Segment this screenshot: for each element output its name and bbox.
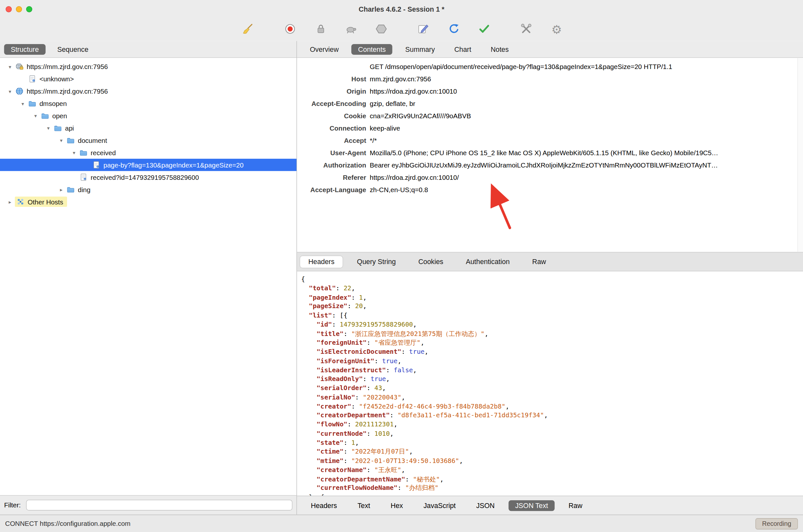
scrollbar-track[interactable] <box>798 58 803 252</box>
json-line: { <box>301 274 803 284</box>
header-name: Host <box>297 75 370 83</box>
tree-item-label: api <box>65 124 74 132</box>
left-panel: StructureSequence ▾https://mm.zjrd.gov.c… <box>0 41 297 514</box>
tree-item[interactable]: <unknown> <box>0 73 297 85</box>
header-row: Hostmm.zjrd.gov.cn:7956 <box>297 73 803 85</box>
chevron-down-icon[interactable]: ▾ <box>56 137 66 143</box>
header-value: GET /dmsopen/open/api/document/received/… <box>370 63 672 71</box>
tab-cookies[interactable]: Cookies <box>410 255 452 267</box>
titlebar: Charles 4.6.2 - Session 1 * <box>0 0 803 18</box>
record-button[interactable] <box>281 22 299 37</box>
json-line: "state": 1, <box>301 438 803 447</box>
response-view-tabs: HeadersTextHexJavaScriptJSONJSON TextRaw <box>297 496 803 514</box>
tab-query-string[interactable]: Query String <box>349 255 404 267</box>
chevron-right-icon[interactable]: ▸ <box>56 187 66 192</box>
tab-json[interactable]: JSON <box>470 500 501 511</box>
tree-item[interactable]: received?id=1479329195758829600 <box>0 171 297 183</box>
json-line: "id": 1479329195758829600, <box>301 320 803 329</box>
tab-hex[interactable]: Hex <box>384 500 409 511</box>
chevron-down-icon[interactable]: ▾ <box>69 150 79 155</box>
json-line: "list": [{ <box>301 311 803 320</box>
tree-item-label: Other Hosts <box>27 198 63 206</box>
tab-summary[interactable]: Summary <box>399 44 441 54</box>
toolbar: ⚙ <box>0 18 803 41</box>
minimize-button[interactable] <box>16 6 22 12</box>
throttle-button[interactable] <box>342 22 360 37</box>
clear-session-button[interactable] <box>238 22 256 37</box>
tab-raw[interactable]: Raw <box>562 500 589 511</box>
chevron-down-icon[interactable]: ▾ <box>18 101 27 106</box>
header-name: Referer <box>297 173 370 181</box>
tab-javascript[interactable]: JavaScript <box>417 500 462 511</box>
gear-icon: ⚙ <box>552 24 562 35</box>
header-row: Accept-Encodinggzip, deflate, br <box>297 97 803 110</box>
tab-structure[interactable]: Structure <box>4 44 46 54</box>
recording-button[interactable]: Recording <box>756 518 798 529</box>
chevron-down-icon[interactable]: ▾ <box>5 89 15 94</box>
json-line: "currentFlowNodeName": "办结归档" <box>301 483 803 492</box>
tab-notes[interactable]: Notes <box>484 44 516 54</box>
tree-item[interactable]: ▾https://mm.zjrd.gov.cn:7956 <box>0 60 297 73</box>
repeat-button[interactable] <box>445 22 462 37</box>
tab-overview[interactable]: Overview <box>303 44 345 54</box>
json-line: "creatorDepartment": "d8fe3a11-ef5a-411c… <box>301 411 803 420</box>
tab-headers[interactable]: Headers <box>300 255 343 267</box>
ssl-proxying-button[interactable] <box>312 22 329 37</box>
header-row: Originhttps://rdoa.zjrd.gov.cn:10010 <box>297 85 803 97</box>
folder-icon <box>27 99 36 108</box>
tree-item[interactable]: ▾document <box>0 134 297 147</box>
tab-authentication[interactable]: Authentication <box>458 255 518 267</box>
tab-contents[interactable]: Contents <box>351 44 393 54</box>
tab-headers[interactable]: Headers <box>304 500 344 511</box>
json-line: "isReadOnly": true, <box>301 375 803 384</box>
json-line: "currentNode": 1010, <box>301 429 803 438</box>
compose-button[interactable] <box>415 22 432 37</box>
header-name: Accept-Language <box>297 186 370 193</box>
tree-item[interactable]: ▾dmsopen <box>0 97 297 110</box>
tree-item[interactable]: page-by?flag=130&pageIndex=1&pageSize=20 <box>0 159 297 171</box>
turtle-icon <box>344 23 358 37</box>
header-row: Refererhttps://rdoa.zjrd.gov.cn:10010/ <box>297 171 803 183</box>
doc-icon <box>92 161 100 169</box>
tools-button[interactable] <box>517 22 535 37</box>
request-view-tabs: HeadersQuery StringCookiesAuthentication… <box>297 252 803 271</box>
header-value: Mozilla/5.0 (iPhone; CPU iPhone OS 15_2 … <box>370 149 718 156</box>
filter-input[interactable] <box>26 500 293 510</box>
json-line: "isForeignUnit": true, <box>301 356 803 365</box>
tab-text[interactable]: Text <box>351 500 377 511</box>
request-headers-pane: GET /dmsopen/open/api/document/received/… <box>297 58 803 252</box>
chevron-down-icon[interactable]: ▾ <box>43 125 53 131</box>
tree-item[interactable]: ▾open <box>0 110 297 122</box>
validate-button[interactable] <box>475 22 493 37</box>
tree-item[interactable]: ▾api <box>0 122 297 134</box>
chevron-down-icon[interactable]: ▾ <box>31 113 40 118</box>
chevron-down-icon[interactable]: ▾ <box>5 64 15 69</box>
folder-icon <box>53 124 62 132</box>
json-line: "serialOrder": 43, <box>301 384 803 393</box>
lock-icon <box>314 23 327 37</box>
settings-button[interactable]: ⚙ <box>548 22 566 37</box>
tree-item[interactable]: ▾received <box>0 147 297 159</box>
tab-chart[interactable]: Chart <box>447 44 478 54</box>
request-headers-table: GET /dmsopen/open/api/document/received/… <box>297 60 803 195</box>
header-name: Origin <box>297 87 370 95</box>
tree-item[interactable]: ▾https://mm.zjrd.gov.cn:7956 <box>0 85 297 97</box>
json-line: "ctime": "2022年01月07日", <box>301 447 803 456</box>
header-value: cna=ZxRIGv9Un2ACAf////9oABVB <box>370 112 471 119</box>
tree-item[interactable]: ▸ding <box>0 183 297 196</box>
folder-icon <box>66 136 75 144</box>
folder-icon <box>66 185 75 193</box>
breakpoints-button[interactable] <box>372 22 390 37</box>
tab-json-text[interactable]: JSON Text <box>509 500 555 511</box>
tree-item-label: ding <box>78 186 91 193</box>
zoom-button[interactable] <box>26 6 33 12</box>
json-line: "creatorName": "王永旺", <box>301 465 803 474</box>
tree-item-label: https://mm.zjrd.gov.cn:7956 <box>26 87 108 95</box>
close-button[interactable] <box>5 6 12 12</box>
tab-raw[interactable]: Raw <box>524 255 554 267</box>
tab-sequence[interactable]: Sequence <box>51 44 95 54</box>
tree-item[interactable]: ▸Other Hosts <box>0 196 297 208</box>
response-body-json[interactable]: { "total": 22, "pageIndex": 1, "pageSize… <box>297 271 803 496</box>
chevron-right-icon[interactable]: ▸ <box>5 199 15 205</box>
charles-app: Charles 4.6.2 - Session 1 * ⚙ StructureS… <box>0 0 803 532</box>
